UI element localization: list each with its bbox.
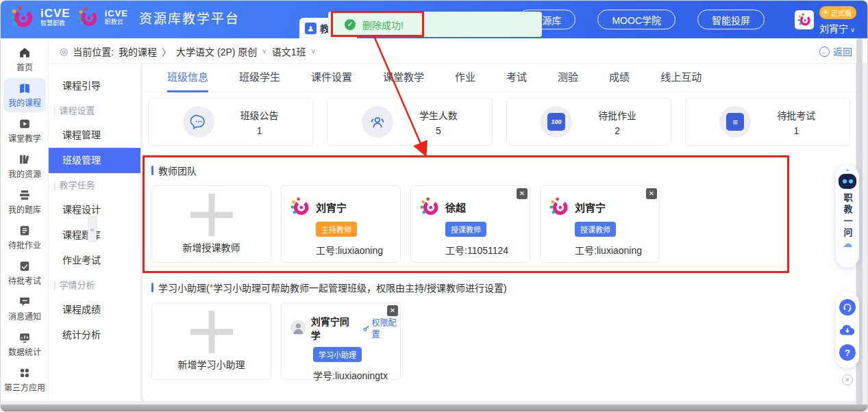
key-icon bbox=[363, 324, 370, 332]
submenu-item-course-grades[interactable]: 课程成绩 bbox=[49, 297, 140, 322]
submenu-item-homework-exam[interactable]: 作业考试 bbox=[49, 248, 140, 273]
breadcrumb-class[interactable]: 语文1班 bbox=[272, 44, 306, 58]
sidebar-item-pending-homework[interactable]: 待批作业 bbox=[3, 220, 46, 255]
back-button[interactable]: ← 返回 bbox=[819, 44, 852, 58]
avatar[interactable] bbox=[795, 10, 814, 29]
support-button[interactable] bbox=[839, 299, 856, 316]
mooc-academy-button[interactable]: MOOC学院 bbox=[597, 10, 675, 29]
annotation-arrow bbox=[357, 34, 439, 160]
sidebar-item-messages[interactable]: 消息通知 bbox=[3, 292, 46, 326]
group-bar: | bbox=[53, 105, 55, 116]
logo1-title: iCVE bbox=[40, 8, 71, 19]
help-button[interactable]: ? bbox=[839, 344, 856, 361]
sidebar-item-my-question-bank[interactable]: 我的题库 bbox=[3, 185, 46, 219]
add-assistant-card[interactable]: 新增学习小助理 bbox=[151, 302, 271, 380]
sparkle-icon: ✦ bbox=[845, 168, 850, 173]
sidebar-item-pending-exams[interactable]: 待批考试 bbox=[3, 256, 46, 290]
submenu-group-label: 课程设置 bbox=[59, 105, 95, 116]
submenu-item-class-management[interactable]: 班级管理 bbox=[49, 148, 140, 173]
smart-cast-button[interactable]: 智能投屏 bbox=[697, 10, 765, 29]
pending-exam-icon: ≡ bbox=[719, 106, 751, 138]
stat-value: 2 bbox=[598, 125, 636, 136]
sidebar-item-classroom-teaching[interactable]: 课堂教学 bbox=[3, 114, 46, 148]
sidebar-item-third-party-apps[interactable]: 第三方应用 bbox=[3, 363, 46, 397]
tab-class-info[interactable]: 班级信息 bbox=[167, 64, 208, 92]
question-mark-icon: ? bbox=[845, 348, 850, 358]
remove-assistant-button[interactable]: ✕ bbox=[387, 305, 398, 316]
assistant-note: 学习小助理可帮助教师一起管理班级，权限由主持/授课教师进行设置) bbox=[213, 281, 507, 294]
announcement-icon bbox=[183, 106, 214, 138]
platform-title: 资源库教学平台 bbox=[139, 8, 240, 27]
sidebar-item-label: 待批考试 bbox=[8, 274, 41, 286]
submenu-group-teaching-tasks: |教学任务 bbox=[49, 173, 140, 197]
qa-widget-label: 职教一问 bbox=[841, 193, 854, 240]
stat-card-pending-homework[interactable]: 100 待批作业2 bbox=[506, 98, 671, 146]
logo2-subtitle: 职教云 bbox=[105, 19, 128, 25]
assistant-title: 学习小助理( bbox=[158, 281, 210, 294]
chevron-down-icon: ∨ bbox=[850, 26, 855, 34]
submenu-item-course-guide[interactable]: 课程引导 bbox=[49, 73, 140, 99]
headset-icon bbox=[843, 302, 852, 312]
statistics-icon bbox=[19, 332, 30, 343]
stat-card-announcements[interactable]: 班级公告1 bbox=[148, 98, 313, 146]
tab-quiz[interactable]: 测验 bbox=[558, 64, 578, 92]
chevron-down-icon[interactable]: ∨ bbox=[310, 47, 315, 55]
version-badge-label: 正式版 bbox=[831, 8, 852, 18]
question-bank-icon bbox=[19, 190, 30, 201]
avatar-logo-icon bbox=[797, 13, 811, 27]
group-bar: | bbox=[53, 280, 55, 290]
window-bottom-bar bbox=[1, 404, 867, 412]
download-button[interactable] bbox=[839, 322, 856, 338]
sidebar-item-my-courses[interactable]: 我的课程 bbox=[3, 78, 46, 112]
tab-online-interaction[interactable]: 线上互动 bbox=[660, 64, 702, 92]
sidebar-item-home[interactable]: 首页 bbox=[3, 42, 46, 77]
stat-card-pending-exams[interactable]: ≡ 待批考试1 bbox=[685, 98, 850, 146]
location-pin-icon: ◎ bbox=[60, 46, 68, 57]
breadcrumb-root[interactable]: 我的课程 bbox=[119, 44, 157, 58]
stat-label: 待批作业 bbox=[598, 108, 636, 122]
pending-homework-icon: 100 bbox=[541, 106, 572, 138]
exam-icon bbox=[19, 261, 30, 272]
tab-exam[interactable]: 考试 bbox=[506, 64, 527, 92]
icve-zhihui-logo-text: iCVE 智慧职教 bbox=[40, 8, 71, 27]
submenu-item-course-management[interactable]: 课程管理 bbox=[49, 123, 140, 148]
home-icon bbox=[19, 47, 30, 58]
plus-icon bbox=[190, 311, 233, 353]
role-badge-assistant: 学习小助理 bbox=[313, 347, 362, 362]
breadcrumb-course[interactable]: 大学语文 (2P) 原创 bbox=[176, 44, 257, 58]
sidebar-item-label: 消息通知 bbox=[8, 310, 41, 322]
permission-config-link[interactable]: 权限配置 bbox=[363, 316, 400, 339]
sidebar-item-label: 待批作业 bbox=[8, 239, 41, 250]
submenu-item-statistical-analysis[interactable]: 统计分析 bbox=[49, 322, 140, 348]
apps-grid-icon bbox=[19, 368, 30, 378]
tab-homework[interactable]: 作业 bbox=[455, 64, 475, 92]
stat-label: 班级公告 bbox=[240, 108, 279, 122]
submenu-group-label: 教学任务 bbox=[59, 180, 95, 190]
sidebar-item-label: 首页 bbox=[16, 61, 33, 73]
app-window: iCVE 智慧职教 iCVE 职教云 资源库教学平台 教师 资源库 MOOC学院… bbox=[0, 0, 868, 412]
zhijiao-qa-widget[interactable]: ✦ 职教一问 ☁ bbox=[836, 165, 859, 268]
toolbar-close-button[interactable]: ✕ bbox=[842, 374, 853, 385]
chevron-down-icon[interactable]: ∨ bbox=[262, 47, 266, 55]
user-area[interactable]: 正式版 刘宵宁∨ bbox=[795, 6, 856, 35]
permission-config-label: 权限配置 bbox=[371, 316, 400, 339]
icve-zhijiaoyun-logo-icon bbox=[77, 7, 98, 27]
submenu-collapse-handle[interactable]: « bbox=[88, 216, 97, 242]
back-label: 返回 bbox=[833, 44, 852, 58]
message-icon bbox=[19, 296, 30, 307]
header-nav: 资源库 MOOC学院 智能投屏 bbox=[518, 10, 765, 29]
sidebar-item-my-resources[interactable]: 我的资源 bbox=[3, 149, 46, 183]
class-tabs: 班级信息 班级学生 课件设置 课堂教学 作业 考试 测验 成绩 线上互动 bbox=[142, 64, 856, 92]
sidebar-item-data-statistics[interactable]: 数据统计 bbox=[3, 327, 46, 361]
assistant-section-header: 学习小助理(*学习小助理可帮助教师一起管理班级，权限由主持/授课教师进行设置) bbox=[151, 281, 856, 294]
student-avatar bbox=[290, 319, 306, 337]
icve-zhijiaoyun-logo-text: iCVE 职教云 bbox=[105, 9, 128, 25]
tab-class-students[interactable]: 班级学生 bbox=[239, 64, 280, 92]
tab-grades[interactable]: 成绩 bbox=[609, 64, 630, 92]
icve-zhihui-logo-icon bbox=[10, 5, 34, 29]
submenu-group-course-settings: |课程设置 bbox=[49, 99, 140, 123]
tab-courseware-settings[interactable]: 课件设置 bbox=[311, 64, 352, 92]
user-name[interactable]: 刘宵宁∨ bbox=[819, 21, 855, 35]
floating-toolbar: ? bbox=[836, 292, 859, 368]
breadcrumb-bar: ◎ 当前位置: 我的课程 〉 大学语文 (2P) 原创 ∨ 语文1班 ∨ ← 返… bbox=[49, 38, 867, 64]
